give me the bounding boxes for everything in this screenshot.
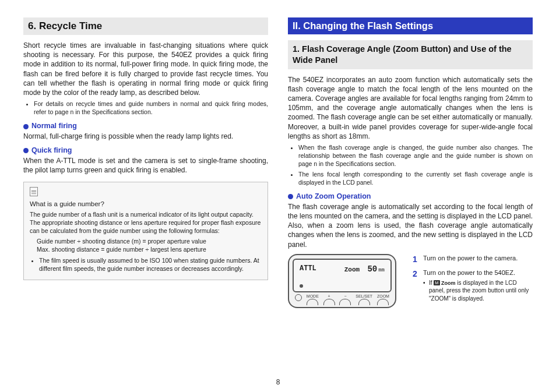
auto-zoom-text: The flash coverage angle is automaticall… <box>288 202 533 249</box>
lcd-selset-button <box>358 299 370 305</box>
infobox-note: The film speed is usually assumed to be … <box>39 256 262 273</box>
step-number-1: 1 <box>413 254 420 265</box>
step-1-text: Turn on the power to the camera. <box>423 254 518 265</box>
quick-firing-text: When the A-TTL mode is set and the camer… <box>23 156 268 175</box>
step-2-text: Turn on the power to the 540EZ. <box>423 269 533 277</box>
lcd-zoom-readout: Zoom 50mm <box>344 264 385 274</box>
m-zoom-icon <box>434 280 439 285</box>
lcd-btn-zoom-label: ZOOM <box>377 294 389 298</box>
normal-firing-heading: Normal firing <box>23 122 268 130</box>
right-column: II. Changing the Flash Settings 1. Flash… <box>288 17 533 375</box>
lcd-plus-button <box>323 299 335 305</box>
section-heading-flash-coverage: 1. Flash Coverage Angle (Zoom Button) an… <box>288 40 533 69</box>
recycle-time-intro: Short recycle times are invaluable in fa… <box>23 41 268 97</box>
lcd-zoom-label: Zoom <box>344 266 360 273</box>
step-2-sub: If Zoom is displayed in the LCD panel, p… <box>423 279 533 303</box>
lcd-ready-indicator-icon <box>300 284 303 288</box>
infobox-body: The guide number of a flash unit is a nu… <box>30 210 262 273</box>
recycle-time-note: For details on recycle times and guide n… <box>34 100 268 116</box>
left-column: 6. Recycle Time Short recycle times are … <box>23 17 268 375</box>
step-2-sub-zoom: Zoom <box>440 280 456 286</box>
chapter-heading-flash-settings: II. Changing the Flash Settings <box>288 17 533 34</box>
lcd-zoom-button <box>377 299 389 305</box>
flash-coverage-note-2: The lens focal length corresponding to t… <box>298 170 533 186</box>
formula-distance: Max. shooting distance = guide number ÷ … <box>37 245 262 253</box>
lcd-mode-label: ATTL <box>300 264 316 273</box>
infobox-title: What is a guide number? <box>30 200 262 209</box>
step-2-sub-before: If <box>429 280 434 286</box>
auto-zoom-steps: 1 Turn on the power to the camera. 2 Tur… <box>413 254 533 308</box>
lcd-btn-selset-label: SEL/SET <box>356 294 372 298</box>
section-heading-recycle-time: 6. Recycle Time <box>23 17 268 35</box>
quick-firing-heading: Quick firing <box>23 146 268 154</box>
normal-firing-text: Normal, full-charge firing is possible w… <box>23 132 268 141</box>
lcd-btn-plus-label: + <box>328 294 330 298</box>
lcd-illustration: ATTL Zoom 50mm MODE + − SEL/SET ZOOM <box>288 254 404 308</box>
step-2-body: Turn on the power to the 540EZ. If Zoom … <box>423 269 533 302</box>
flash-coverage-notes: When the flash coverage angle is changed… <box>288 143 533 186</box>
recycle-time-note-list: For details on recycle times and guide n… <box>23 100 268 116</box>
lcd-minus-button <box>339 299 351 305</box>
lcd-btn-mode-label: MODE <box>307 294 319 298</box>
lcd-mode-button <box>307 299 318 305</box>
formula-aperture: Guide number ÷ shooting distance (m) = p… <box>37 237 262 245</box>
lcd-lamp-icon <box>295 294 302 301</box>
lcd-btn-minus-label: − <box>344 294 346 298</box>
lcd-zoom-value: 50 <box>367 264 377 274</box>
info-page-icon <box>30 187 38 196</box>
flash-coverage-note-1: When the flash coverage angle is changed… <box>298 143 533 168</box>
page-number: 8 <box>23 378 533 386</box>
step-number-2: 2 <box>413 269 420 302</box>
flash-coverage-intro: The 540EZ incorporates an auto zoom func… <box>288 75 533 141</box>
lcd-zoom-unit: mm <box>378 267 385 273</box>
auto-zoom-heading: Auto Zoom Operation <box>288 192 533 200</box>
infobox-text: The guide number of a flash unit is a nu… <box>30 210 262 235</box>
guide-number-infobox: What is a guide number? The guide number… <box>23 182 268 280</box>
